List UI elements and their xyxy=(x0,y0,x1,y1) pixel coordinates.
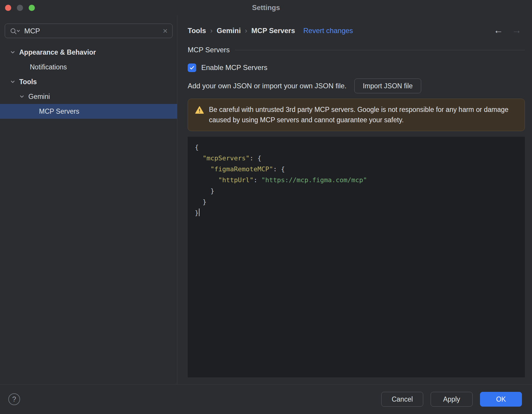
search-icon xyxy=(10,27,20,35)
settings-search-input[interactable]: MCP × xyxy=(5,24,173,38)
sidebar-item-label: Tools xyxy=(19,78,37,86)
enable-mcp-servers-row: Enable MCP Servers xyxy=(188,63,525,72)
sidebar-item-label: Gemini xyxy=(28,93,50,101)
help-button[interactable]: ? xyxy=(8,393,20,405)
settings-sidebar: MCP × Appearance & Behavior Notification… xyxy=(0,15,177,384)
sidebar-item-label: Notifications xyxy=(30,63,67,71)
chevron-down-icon[interactable] xyxy=(10,49,16,55)
sidebar-item-mcp-servers[interactable]: MCP Servers xyxy=(0,104,177,119)
sidebar-item-tools[interactable]: Tools xyxy=(0,74,177,89)
back-arrow-icon[interactable]: ← xyxy=(494,25,503,36)
search-value: MCP xyxy=(24,27,163,35)
titlebar: Settings xyxy=(0,0,532,15)
section-header: MCP Servers xyxy=(188,45,525,54)
sidebar-item-notifications[interactable]: Notifications xyxy=(0,60,177,74)
ok-button[interactable]: OK xyxy=(480,392,522,407)
history-nav: ← → xyxy=(494,25,521,36)
window-title: Settings xyxy=(252,4,280,12)
chevron-down-icon[interactable] xyxy=(19,94,25,100)
breadcrumb-tools[interactable]: Tools xyxy=(188,27,206,35)
import-json-description: Add your own JSON or import your own JSO… xyxy=(188,82,347,90)
warning-banner: Be careful with untrusted 3rd party MCP … xyxy=(188,99,525,131)
sidebar-item-appearance-behavior[interactable]: Appearance & Behavior xyxy=(0,45,177,60)
import-json-file-button[interactable]: Import JSON file xyxy=(354,79,421,93)
sidebar-item-label: MCP Servers xyxy=(39,107,79,115)
chevron-right-icon: › xyxy=(210,27,213,35)
forward-arrow-icon: → xyxy=(512,25,521,36)
breadcrumb: Tools › Gemini › MCP Servers Revert chan… xyxy=(188,26,525,35)
breadcrumb-gemini[interactable]: Gemini xyxy=(217,27,241,35)
traffic-lights xyxy=(5,0,35,15)
breadcrumb-mcp-servers: MCP Servers xyxy=(252,27,295,35)
chevron-right-icon: › xyxy=(245,27,247,35)
chevron-down-icon[interactable] xyxy=(10,79,16,85)
section-title: MCP Servers xyxy=(188,46,230,54)
warning-icon xyxy=(195,106,204,115)
settings-content: Tools › Gemini › MCP Servers Revert chan… xyxy=(177,15,532,384)
enable-mcp-servers-label[interactable]: Enable MCP Servers xyxy=(201,63,267,72)
checkmark-icon xyxy=(189,65,195,71)
import-json-row: Add your own JSON or import your own JSO… xyxy=(188,79,525,93)
minimize-window-button[interactable] xyxy=(17,5,23,11)
json-editor[interactable]: { "mcpServers": { "figmaRemoteMCP": { "h… xyxy=(188,137,525,377)
sidebar-item-label: Appearance & Behavior xyxy=(19,48,96,56)
zoom-window-button[interactable] xyxy=(29,5,35,11)
dialog-actions: Cancel Apply OK xyxy=(381,392,522,407)
enable-mcp-servers-checkbox[interactable] xyxy=(188,63,196,72)
section-divider xyxy=(235,50,525,50)
settings-tree: Appearance & Behavior Notifications Tool… xyxy=(0,45,177,119)
dialog-footer: ? Cancel Apply OK xyxy=(0,384,532,414)
json-editor-code: { "mcpServers": { "figmaRemoteMCP": { "h… xyxy=(195,142,519,218)
revert-changes-link[interactable]: Revert changes xyxy=(303,27,353,35)
apply-button[interactable]: Apply xyxy=(431,392,473,407)
cancel-button[interactable]: Cancel xyxy=(381,392,423,407)
clear-search-icon[interactable]: × xyxy=(163,27,168,35)
warning-text: Be careful with untrusted 3rd party MCP … xyxy=(209,105,516,125)
sidebar-item-gemini[interactable]: Gemini xyxy=(0,89,177,104)
close-window-button[interactable] xyxy=(5,5,11,11)
